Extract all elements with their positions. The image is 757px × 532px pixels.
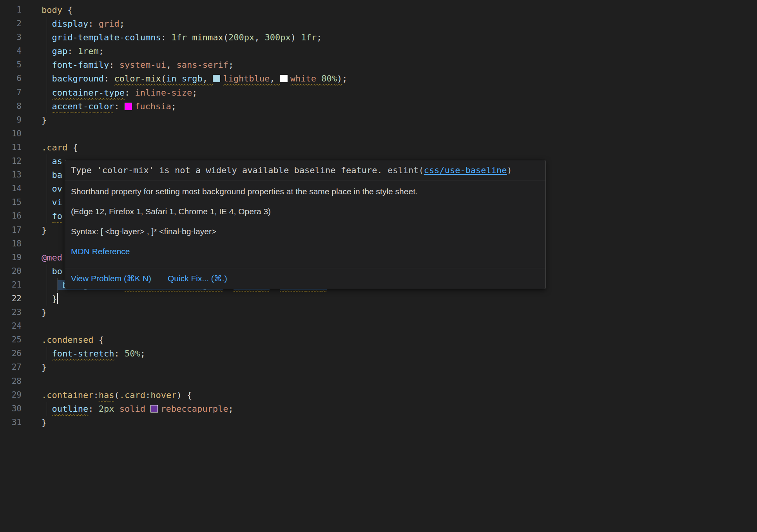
code-token[interactable]: grid-template-columns (52, 33, 161, 42)
code-token[interactable]: , (254, 33, 265, 42)
code-token[interactable]: 1rem (78, 46, 99, 56)
line-content[interactable]: } (22, 292, 757, 306)
code-token[interactable]: } (42, 225, 47, 235)
code-line[interactable]: 3 grid-template-columns: 1fr minmax(200p… (0, 31, 757, 44)
code-token[interactable]: gap (52, 46, 68, 56)
code-line[interactable]: 28 (0, 375, 757, 388)
code-token[interactable]: vi (52, 197, 63, 207)
code-line[interactable]: 25.condensed { (0, 333, 757, 347)
code-token[interactable]: body (42, 5, 62, 15)
code-token[interactable]: .card (42, 143, 67, 152)
code-token[interactable]: fo (52, 211, 63, 221)
line-content[interactable]: .card { (22, 141, 757, 154)
line-content[interactable]: body { (22, 3, 757, 17)
code-token[interactable]: 1fr (301, 33, 317, 42)
code-token[interactable]: solid (120, 404, 145, 414)
code-token[interactable]: } (42, 294, 57, 304)
code-token[interactable]: : (93, 390, 98, 400)
code-token[interactable]: : (88, 404, 99, 414)
code-token[interactable]: ) (337, 74, 342, 83)
code-line[interactable]: 29.container:has(.card:hover) { (0, 388, 757, 402)
code-token[interactable] (187, 33, 192, 42)
code-line[interactable]: 4 gap: 1rem; (0, 44, 757, 58)
line-content[interactable]: } (22, 360, 757, 374)
code-line[interactable]: 8 accent-color: fuchsia; (0, 100, 757, 113)
code-token[interactable]: hover (150, 390, 176, 400)
code-token[interactable]: white (290, 74, 321, 83)
code-token[interactable]: lightblue (223, 74, 270, 83)
code-token[interactable]: ( (223, 33, 228, 42)
code-token[interactable]: ( (161, 74, 166, 83)
code-token[interactable] (57, 280, 62, 290)
code-token[interactable]: minmax (192, 33, 223, 42)
code-token[interactable]: { (62, 5, 73, 15)
quick-fix-action[interactable]: Quick Fix... (⌘.) (168, 273, 227, 284)
code-token[interactable]: 300px (265, 33, 291, 42)
diagnostic-rule-link[interactable]: css/use-baseline (424, 165, 507, 175)
code-token[interactable]: outline (52, 404, 89, 414)
code-token[interactable] (114, 404, 119, 414)
code-token[interactable]: , (166, 60, 177, 70)
code-line[interactable]: 7 container-type: inline-size; (0, 86, 757, 100)
code-line[interactable]: 30 outline: 2px solid rebeccapurple; (0, 402, 757, 416)
code-token[interactable]: , (270, 74, 280, 83)
code-token[interactable]: display (52, 19, 89, 29)
code-token[interactable]: 200px (228, 33, 254, 42)
code-token[interactable]: ; (120, 19, 125, 29)
code-token[interactable]: ; (192, 88, 197, 98)
code-token[interactable]: color-mix (114, 74, 161, 83)
line-content[interactable]: background: color-mix(in srgb, lightblue… (22, 72, 757, 85)
code-line[interactable]: 27} (0, 360, 757, 374)
code-line[interactable]: 5 font-family: system-ui, sans-serif; (0, 58, 757, 72)
line-content[interactable]: grid-template-columns: 1fr minmax(200px,… (22, 31, 757, 44)
code-line[interactable]: 23} (0, 306, 757, 319)
line-content[interactable]: container-type: inline-size; (22, 86, 757, 100)
code-token[interactable]: ( (114, 390, 119, 400)
line-content[interactable]: outline: 2px solid rebeccapurple; (22, 402, 757, 416)
code-token[interactable]: as (52, 156, 63, 166)
color-swatch[interactable] (150, 405, 158, 413)
line-content[interactable] (22, 375, 757, 388)
code-line[interactable]: 26 font-stretch: 50%; (0, 347, 757, 360)
code-token[interactable]: 2px (99, 404, 114, 414)
code-token[interactable]: ; (228, 404, 233, 414)
code-token[interactable]: 80% (321, 74, 337, 83)
code-token[interactable]: background (52, 74, 104, 83)
code-token[interactable]: ; (228, 60, 234, 70)
code-token[interactable]: ; (171, 101, 176, 111)
code-token[interactable]: 50% (125, 349, 140, 358)
code-token[interactable]: fuchsia (135, 101, 171, 111)
code-token[interactable]: inline-size (135, 88, 192, 98)
line-content[interactable]: .condensed { (22, 333, 757, 347)
line-content[interactable] (22, 319, 757, 333)
line-content[interactable]: } (22, 113, 757, 127)
code-token[interactable]: } (42, 308, 47, 317)
code-token[interactable]: , (203, 74, 213, 83)
line-content[interactable]: .container:has(.card:hover) { (22, 388, 757, 402)
line-content[interactable]: } (22, 306, 757, 319)
code-token[interactable]: : (104, 74, 114, 83)
code-token[interactable]: bo (52, 266, 63, 276)
code-line[interactable]: 31} (0, 416, 757, 429)
code-token[interactable] (42, 280, 57, 290)
code-token[interactable]: ; (99, 46, 104, 56)
code-line[interactable]: 10 (0, 127, 757, 141)
code-token[interactable]: .condensed (42, 335, 93, 345)
code-token[interactable]: ; (317, 33, 322, 42)
code-line[interactable]: 1body { (0, 3, 757, 17)
code-token[interactable]: : (88, 19, 99, 29)
code-token[interactable]: system-ui (120, 60, 166, 70)
code-token[interactable]: .card (120, 390, 145, 400)
color-swatch[interactable] (213, 75, 220, 82)
line-content[interactable]: accent-color: fuchsia; (22, 100, 757, 113)
code-token[interactable]: ) (291, 33, 301, 42)
code-line[interactable]: 11.card { (0, 141, 757, 154)
line-content[interactable]: font-family: system-ui, sans-serif; (22, 58, 757, 72)
code-token[interactable]: } (42, 418, 47, 427)
code-editor[interactable]: 1body {2 display: grid;3 grid-template-c… (0, 0, 757, 532)
code-token[interactable]: @med (42, 253, 62, 262)
code-line[interactable]: 6 background: color-mix(in srgb, lightbl… (0, 72, 757, 85)
line-content[interactable]: display: grid; (22, 17, 757, 31)
code-token[interactable]: rebeccapurple (161, 404, 228, 414)
code-token[interactable]: : (109, 60, 120, 70)
